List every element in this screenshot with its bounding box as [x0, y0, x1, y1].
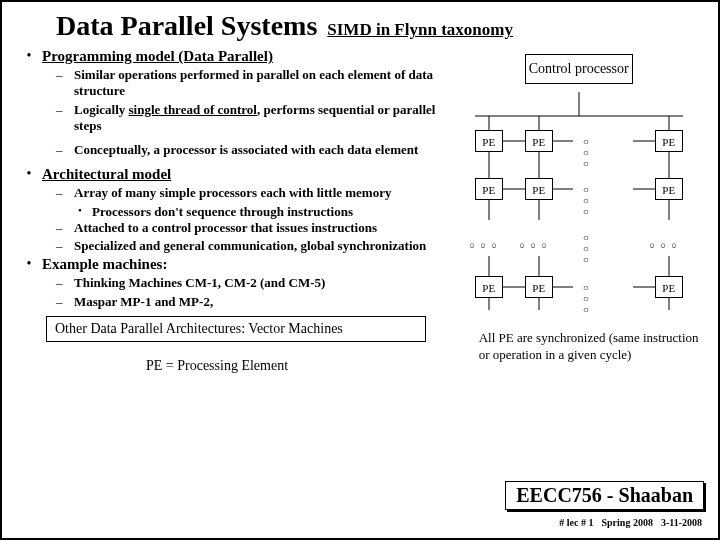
list-item: – Similar operations performed in parall… — [56, 67, 465, 100]
list-item: –Maspar MP-1 and MP-2, — [56, 294, 465, 310]
ellipsis-icon: ○ ○ ○ — [583, 282, 591, 315]
slide: Data Parallel Systems SIMD in Flynn taxo… — [0, 0, 720, 540]
info-box: Other Data Parallel Architectures: Vecto… — [46, 316, 426, 342]
pe-box: PE — [655, 276, 683, 298]
pe-box: PE — [475, 178, 503, 200]
section-heading: • Architectural model — [16, 166, 465, 183]
ellipsis-icon: ○ ○ ○ — [516, 242, 549, 250]
pe-box: PE — [655, 130, 683, 152]
ellipsis-icon: ○ ○ ○ — [646, 242, 679, 250]
footer-course: EECC756 - Shaaban — [505, 481, 704, 510]
title-row: Data Parallel Systems SIMD in Flynn taxo… — [16, 10, 704, 42]
right-column: Control processor — [465, 48, 704, 374]
ellipsis-icon: ○ ○ ○ — [583, 184, 591, 217]
ellipsis-icon: ○ ○ ○ — [583, 136, 591, 169]
pe-box: PE — [525, 276, 553, 298]
left-column: • Programming model (Data Parallel) – Si… — [16, 48, 465, 374]
pe-box: PE — [475, 276, 503, 298]
pe-definition: PE = Processing Element — [146, 358, 465, 374]
list-item: –Specialized and general communication, … — [56, 238, 465, 254]
page-subtitle: SIMD in Flynn taxonomy — [327, 20, 513, 40]
pe-box: PE — [475, 130, 503, 152]
content-area: • Programming model (Data Parallel) – Si… — [16, 48, 704, 374]
section-heading: • Programming model (Data Parallel) — [16, 48, 465, 65]
list-item: –Thinking Machines CM-1, CM-2 (and CM-5) — [56, 275, 465, 291]
ellipsis-icon: ○ ○ ○ — [583, 232, 591, 265]
pe-box: PE — [655, 178, 683, 200]
pe-box: PE — [525, 130, 553, 152]
ellipsis-icon: ○ ○ ○ — [466, 242, 499, 250]
list-item: –Logically single thread of control, per… — [56, 102, 465, 135]
pe-box: PE — [525, 178, 553, 200]
list-item: •Processors don't sequence through instr… — [78, 204, 465, 220]
page-title: Data Parallel Systems — [56, 10, 317, 42]
footer-meta: # lec # 1Spring 20083-11-2008 — [551, 517, 702, 528]
section-heading: • Example machines: — [16, 256, 465, 273]
list-item: –Conceptually, a processor is associated… — [56, 142, 465, 158]
diagram-caption: All PE are synchronized (same instructio… — [479, 330, 699, 364]
list-item: –Array of many simple processors each wi… — [56, 185, 465, 201]
list-item: –Attached to a control processor that is… — [56, 220, 465, 236]
